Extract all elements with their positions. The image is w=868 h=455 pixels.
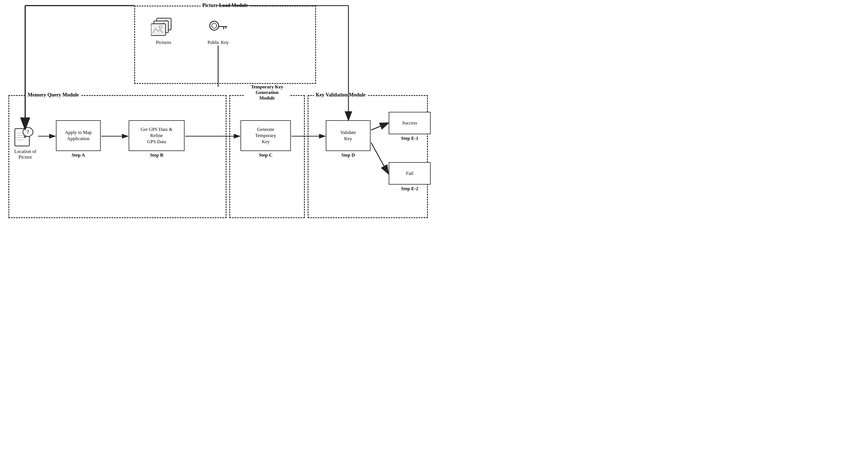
step-d-text: ValidateKey [340,129,356,142]
temp-key-module-label: Temporary KeyGenerationModule [245,84,289,101]
step-b-text: Get GPS Data &RefineGPS Data [141,126,173,145]
svg-point-10 [212,23,217,28]
step-c-label: Step C [259,152,273,158]
step-e1-text: Success [402,120,417,126]
step-e1-label: Step E-1 [401,135,418,142]
pictures-icon-area: Pictures [151,17,176,45]
svg-point-9 [210,21,219,30]
pictures-label: Pictures [156,40,172,45]
step-b-box: Get GPS Data &RefineGPS Data Step B [129,120,185,151]
location-label: Location ofPicture [14,149,36,160]
step-c-box: GenerateTemporaryKey Step C [241,120,291,151]
step-b-label: Step B [150,152,163,158]
step-d-label: Step D [341,152,355,158]
public-key-icon-area: Public Key [207,17,229,45]
memory-query-module-label: Memory Query Module [26,92,81,98]
step-d-box: ValidateKey Step D [326,120,371,151]
step-e2-text: Fail [406,170,413,177]
location-icon-area: ? Location ofPicture [13,126,37,160]
picture-load-module-label: Picture Load Module [200,2,250,8]
svg-rect-7 [152,24,165,35]
step-a-label: Step A [71,152,85,158]
svg-text:?: ? [27,129,29,135]
step-c-text: GenerateTemporaryKey [255,126,276,145]
step-e2-label: Step E-2 [401,186,418,192]
location-icon: ? [13,126,37,148]
key-validation-module-label: Key Validation Module [314,92,367,98]
memory-query-module: Memory Query Module [8,95,226,218]
public-key-label: Public Key [208,40,229,45]
step-e2-box: Fail Step E-2 [389,162,431,185]
diagram-container: Picture Load Module Memory Query Module … [0,0,434,228]
public-key-icon [207,17,229,39]
step-a-box: Apply to MapApplication Step A [56,120,101,151]
step-e1-box: Success Step E-1 [389,112,431,134]
step-a-text: Apply to MapApplication [65,129,91,142]
pictures-icon [151,17,176,39]
